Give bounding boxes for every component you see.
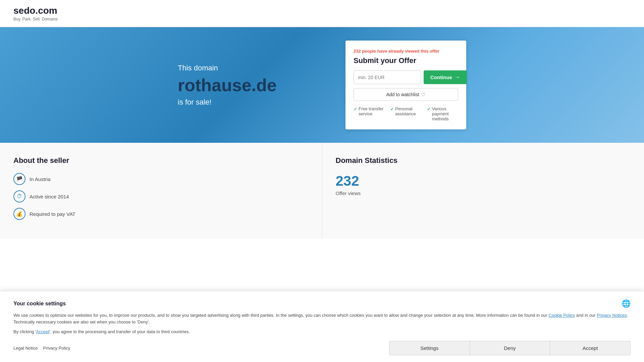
feature-payment-label: Various payment methods xyxy=(432,106,458,121)
feature-transfer: ✓ Free transfer service xyxy=(354,106,385,121)
seller-vat-label: Required to pay VAT xyxy=(30,211,75,217)
watchlist-label: Add to watchlist xyxy=(386,92,419,97)
check-icon-2: ✓ xyxy=(390,107,394,112)
continue-button[interactable]: Continue → xyxy=(424,70,467,84)
seller-active-label: Active since 2014 xyxy=(30,194,69,199)
feature-transfer-label: Free transfer service xyxy=(359,106,385,116)
seller-title: About the seller xyxy=(13,156,309,165)
logo: sedo.com Buy. Park. Sell. Domains xyxy=(13,5,58,21)
logo-name: sedo.com xyxy=(13,5,58,16)
feature-payment: ✓ Various payment methods xyxy=(427,106,458,121)
check-icon-1: ✓ xyxy=(354,107,357,112)
features-list: ✓ Free transfer service ✓ Personal assis… xyxy=(354,106,458,121)
hero-section: This domain rothause.de is for sale! 232… xyxy=(0,27,644,143)
seller-location: 🏴 In Austria xyxy=(13,173,309,185)
feature-assistance-label: Personal assistance xyxy=(395,106,421,116)
heart-icon: ♡ xyxy=(421,92,426,97)
info-section: About the seller 🏴 In Austria ⏱ Active s… xyxy=(0,143,644,239)
this-domain-label: This domain xyxy=(178,64,345,72)
domain-name: rothause.de xyxy=(178,75,345,95)
vat-icon: 💰 xyxy=(13,208,25,220)
site-header: sedo.com Buy. Park. Sell. Domains xyxy=(0,0,644,27)
flag-icon: 🏴 xyxy=(13,173,25,185)
seller-location-label: In Austria xyxy=(30,176,51,182)
offer-input[interactable] xyxy=(354,70,421,84)
seller-vat: 💰 Required to pay VAT xyxy=(13,208,309,220)
feature-assistance: ✓ Personal assistance xyxy=(390,106,421,121)
hero-left: This domain rothause.de is for sale! xyxy=(178,64,345,107)
offer-input-row: Continue → xyxy=(354,70,458,84)
seller-section: About the seller 🏴 In Austria ⏱ Active s… xyxy=(0,143,322,239)
check-icon-3: ✓ xyxy=(427,107,431,112)
logo-tagline: Buy. Park. Sell. Domains xyxy=(13,17,58,21)
continue-arrow-icon: → xyxy=(454,74,460,81)
stats-section: Domain Statistics 232 Offer views xyxy=(322,143,644,239)
seller-active: ⏱ Active since 2014 xyxy=(13,190,309,202)
offer-views-text: 232 people have already viewed this offe… xyxy=(354,49,458,54)
for-sale-label: is for sale! xyxy=(178,98,345,107)
continue-label: Continue xyxy=(430,74,452,80)
offer-title: Submit your Offer xyxy=(354,56,458,65)
stat-number: 232 xyxy=(336,173,631,189)
clock-icon: ⏱ xyxy=(13,190,25,202)
watchlist-button[interactable]: Add to watchlist ♡ xyxy=(354,88,458,101)
offer-card: 232 people have already viewed this offe… xyxy=(345,41,466,129)
stats-title: Domain Statistics xyxy=(336,156,631,165)
stat-label: Offer views xyxy=(336,190,631,196)
